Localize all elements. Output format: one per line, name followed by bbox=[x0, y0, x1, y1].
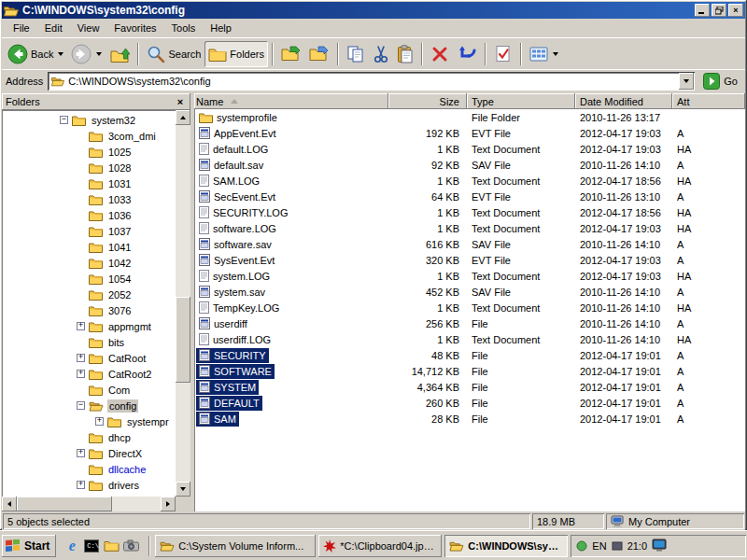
file-name-chip[interactable]: systemprofile bbox=[196, 110, 280, 125]
file-row-tempkey.log[interactable]: TempKey.LOG1 KBText Document2010-11-26 1… bbox=[194, 300, 745, 315]
paste-button[interactable] bbox=[393, 41, 417, 67]
tree-item-dhcp[interactable]: dhcp bbox=[2, 429, 176, 445]
delete-button[interactable] bbox=[427, 41, 453, 67]
tree-item-1042[interactable]: 1042 bbox=[2, 255, 176, 271]
file-name-chip[interactable]: SECURITY bbox=[196, 348, 269, 363]
tree-item-system32[interactable]: −system32 bbox=[2, 112, 176, 128]
file-row-secevent.evt[interactable]: SecEvent.Evt64 KBEVT File2010-11-26 13:1… bbox=[194, 189, 745, 204]
menu-tools[interactable]: Tools bbox=[164, 21, 204, 35]
start-button[interactable]: Start bbox=[2, 535, 56, 557]
file-name-chip[interactable]: SOFTWARE bbox=[196, 364, 275, 379]
forward-button[interactable] bbox=[67, 41, 106, 67]
tree-item-com[interactable]: Com bbox=[2, 382, 176, 398]
search-button[interactable]: Search bbox=[143, 41, 204, 67]
column-header-date-modified[interactable]: Date Modified bbox=[575, 93, 672, 109]
tree-item-systempr[interactable]: +systempr bbox=[2, 413, 176, 429]
file-row-system[interactable]: SYSTEM4,364 KBFile2012-04-17 19:01A bbox=[194, 379, 745, 395]
up-button[interactable] bbox=[106, 41, 134, 67]
file-row-appevent.evt[interactable]: AppEvent.Evt192 KBEVT File2012-04-17 19:… bbox=[194, 125, 745, 141]
tray-icon[interactable] bbox=[612, 540, 623, 552]
expand-icon[interactable]: + bbox=[77, 354, 85, 362]
copy-button[interactable] bbox=[343, 41, 369, 67]
scroll-up-icon[interactable] bbox=[176, 110, 190, 125]
cut-button[interactable] bbox=[369, 41, 393, 67]
file-name-chip[interactable]: userdiff bbox=[196, 316, 250, 331]
expand-icon[interactable]: + bbox=[77, 481, 85, 489]
expand-icon[interactable]: + bbox=[95, 417, 104, 426]
file-row-default.log[interactable]: default.LOG1 KBText Document2012-04-17 1… bbox=[194, 141, 745, 157]
taskbar-clock[interactable]: 21:0 bbox=[627, 540, 647, 552]
task-button-1[interactable]: C:\System Volume Inform... bbox=[155, 535, 316, 557]
close-folders-icon[interactable]: × bbox=[174, 95, 187, 108]
restore-button[interactable] bbox=[712, 4, 726, 17]
menu-view[interactable]: View bbox=[70, 21, 107, 35]
column-header-att[interactable]: Att bbox=[672, 93, 745, 109]
menu-favorites[interactable]: Favorites bbox=[106, 21, 163, 35]
expand-icon[interactable]: + bbox=[77, 322, 85, 330]
file-name-chip[interactable]: software.LOG bbox=[196, 221, 279, 236]
menu-edit[interactable]: Edit bbox=[37, 21, 70, 35]
column-header-type[interactable]: Type bbox=[467, 93, 575, 109]
file-row-userdiff.log[interactable]: userdiff.LOG1 KBText Document2010-11-26 … bbox=[194, 331, 745, 347]
tree-item-catroot2[interactable]: +CatRoot2 bbox=[2, 366, 176, 382]
file-row-system.log[interactable]: system.LOG1 KBText Document2012-04-17 19… bbox=[194, 268, 745, 284]
tree-item-1054[interactable]: 1054 bbox=[2, 271, 176, 287]
collapse-icon[interactable]: − bbox=[77, 401, 85, 410]
back-dropdown-icon[interactable] bbox=[58, 52, 63, 56]
scroll-left-icon[interactable] bbox=[2, 497, 17, 511]
go-button[interactable]: Go bbox=[699, 73, 741, 90]
file-name-chip[interactable]: AppEvent.Evt bbox=[196, 126, 279, 141]
file-row-system.sav[interactable]: system.sav452 KBSAV File2010-11-26 14:10… bbox=[194, 284, 745, 300]
minimize-button[interactable] bbox=[695, 4, 710, 17]
tree-item-config[interactable]: −config bbox=[2, 398, 176, 413]
file-row-software.log[interactable]: software.LOG1 KBText Document2012-04-17 … bbox=[194, 220, 745, 236]
tray-icon[interactable] bbox=[576, 540, 587, 552]
tree-item-2052[interactable]: 2052 bbox=[2, 287, 176, 302]
tree-item-bits[interactable]: bits bbox=[2, 334, 176, 350]
quick-launch-folder-icon[interactable] bbox=[103, 538, 120, 554]
file-row-security.log[interactable]: SECURITY.LOG1 KBText Document2012-04-17 … bbox=[194, 204, 745, 220]
file-row-software.sav[interactable]: software.sav616 KBSAV File2010-11-26 14:… bbox=[194, 236, 745, 252]
file-row-sam[interactable]: SAM28 KBFile2012-04-17 19:01A bbox=[194, 411, 745, 427]
file-row-sam.log[interactable]: SAM.LOG1 KBText Document2012-04-17 18:56… bbox=[194, 173, 745, 189]
scroll-down-icon[interactable] bbox=[176, 482, 190, 497]
file-name-chip[interactable]: default.LOG bbox=[196, 142, 271, 157]
tray-display-icon[interactable] bbox=[652, 539, 667, 553]
close-button[interactable]: × bbox=[728, 4, 743, 17]
move-to-button[interactable] bbox=[277, 41, 305, 67]
expand-icon[interactable]: + bbox=[77, 370, 85, 378]
file-row-sysevent.evt[interactable]: SysEvent.Evt320 KBEVT File2012-04-17 19:… bbox=[194, 252, 745, 268]
file-row-software[interactable]: SOFTWARE14,712 KBFile2012-04-17 19:01A bbox=[194, 363, 745, 379]
tree-item-1041[interactable]: 1041 bbox=[2, 239, 176, 255]
address-input[interactable]: C:\WINDOWS\system32\config bbox=[48, 72, 695, 91]
tree-item-drivers[interactable]: +drivers bbox=[2, 477, 176, 493]
tree-item-dllcache[interactable]: dllcache bbox=[2, 461, 176, 477]
tree-item-3com_dmi[interactable]: 3com_dmi bbox=[2, 128, 176, 144]
menu-file[interactable]: File bbox=[6, 21, 37, 35]
tree-item-1033[interactable]: 1033 bbox=[2, 191, 176, 207]
file-name-chip[interactable]: system.LOG bbox=[196, 269, 273, 284]
tree-item-catroot[interactable]: +CatRoot bbox=[2, 350, 176, 366]
views-dropdown-icon[interactable] bbox=[553, 52, 558, 56]
file-name-chip[interactable]: software.sav bbox=[196, 237, 275, 252]
horizontal-scroll-thumb[interactable] bbox=[17, 497, 112, 511]
vertical-scroll-thumb[interactable] bbox=[176, 297, 190, 383]
tree-item-3076[interactable]: 3076 bbox=[2, 302, 176, 318]
tree-item-1031[interactable]: 1031 bbox=[2, 175, 176, 191]
file-row-security[interactable]: SECURITY48 KBFile2012-04-17 19:01A bbox=[194, 347, 745, 363]
tree-item-appmgmt[interactable]: +appmgmt bbox=[2, 318, 176, 334]
internet-explorer-icon[interactable]: e bbox=[63, 538, 80, 554]
file-name-chip[interactable]: TempKey.LOG bbox=[196, 301, 282, 315]
menu-help[interactable]: Help bbox=[203, 21, 239, 35]
tree-horizontal-scrollbar[interactable] bbox=[2, 497, 176, 511]
address-dropdown-button[interactable] bbox=[679, 73, 694, 90]
file-name-chip[interactable]: SAM bbox=[196, 412, 239, 427]
tree-item-directx[interactable]: +DirectX bbox=[2, 445, 176, 461]
views-button[interactable] bbox=[526, 41, 562, 67]
tree-item-1025[interactable]: 1025 bbox=[2, 144, 176, 160]
file-name-chip[interactable]: SAM.LOG bbox=[196, 174, 262, 189]
command-prompt-icon[interactable]: C:\ bbox=[83, 538, 100, 554]
column-header-name[interactable]: Name bbox=[194, 93, 388, 109]
tree-item-1037[interactable]: 1037 bbox=[2, 223, 176, 239]
file-row-default[interactable]: DEFAULT260 KBFile2012-04-17 19:01A bbox=[194, 395, 745, 411]
